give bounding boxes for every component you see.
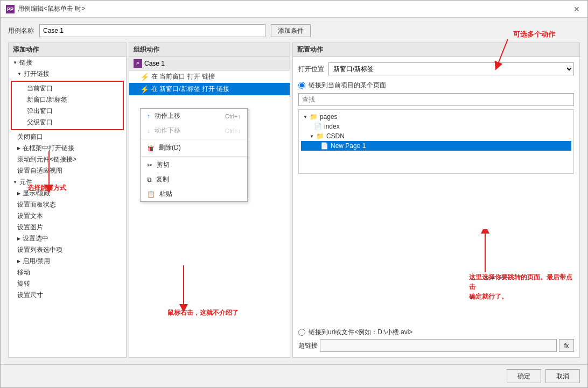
right-panel: 配置动作 打开位置 新窗口/新标签 当前窗口 弹出窗口 父级窗口 [292,43,580,358]
triangle-icon: ▶ [17,259,20,264]
open-link-label: 打开链接 [24,69,50,79]
sidebar-item-open-in-frame[interactable]: ▶ 在框架中打开链接 [9,143,126,154]
sidebar-item-scroll-to[interactable]: 滚动到元件<链接接> [9,154,126,165]
left-panel-body: ▼ 链接 ▼ 打开链接 当前窗口 新窗口/新标签 弹出窗口 父级窗口 [9,57,126,357]
sidebar-item-set-size[interactable]: 设置尺寸 [9,290,126,301]
triangle-icon: ▼ [13,180,17,185]
enable-disable-label: 启用/禁用 [23,257,50,266]
ctx-delete[interactable]: 🗑 删除(D) [141,140,247,155]
app-icon: PP [6,5,15,13]
fx-button[interactable]: fx [559,339,574,352]
ctx-paste-label: 粘贴 [159,189,172,199]
triangle-icon: ▶ [17,236,20,241]
lightning-icon-2: ⚡ [140,85,149,94]
ctx-copy-label: 复制 [156,175,169,184]
sidebar-item-new-tab[interactable]: 新窗口/新标签 [12,94,123,105]
sidebar-item-popup[interactable]: 弹出窗口 [12,105,123,117]
show-hide-label: 显示/隐藏 [23,189,50,198]
tree-item-pages[interactable]: ▼ 📁 pages [301,112,571,122]
sidebar-item-set-select[interactable]: ▶ 设置选中 [9,233,126,244]
sidebar-item-move[interactable]: 移动 [9,267,126,278]
set-select-label: 设置选中 [23,234,48,243]
case-label: Case 1 [144,60,165,67]
context-menu: ↑ 动作上移 Ctrl+↑ ↓ 动作下移 Ctrl+↓ 🗑 删除(D) [140,108,248,202]
tree-csdn-label: CSDN [326,132,345,140]
ctx-move-up[interactable]: ↑ 动作上移 Ctrl+↑ [141,109,247,123]
folder-icon-csdn: 📁 [316,132,324,140]
radio-url-input[interactable] [298,329,305,336]
action-row-2[interactable]: ⚡ 在 新窗口/新标签 打开 链接 [129,83,290,95]
close-button[interactable]: ✕ [571,4,582,15]
spacer [298,179,574,322]
triangle-icon: ▼ [13,60,17,65]
open-in-frame-label: 在框架中打开链接 [23,144,74,153]
case-tree-header: P Case 1 [129,57,290,70]
sidebar-item-rotate[interactable]: 旋转 [9,278,126,290]
sidebar-item-set-list[interactable]: 设置列表选中项 [9,244,126,256]
case-name-input[interactable] [39,24,265,37]
confirm-button[interactable]: 确定 [507,369,541,383]
tree-item-index[interactable]: 📄 index [301,122,571,131]
sidebar-item-parent-window[interactable]: 父级窗口 [12,117,123,128]
ctx-copy[interactable]: ⧉ 复制 [141,172,247,187]
ctx-cut[interactable]: ✂ 剪切 [141,158,247,172]
sidebar-item-show-hide[interactable]: ▶ 显示/隐藏 [9,188,126,199]
ctx-delete-label: 删除(D) [159,143,181,152]
radio-url-row[interactable]: 链接到url或文件<例如：D:\小楼.avi> [298,328,574,337]
tree-index-label: index [324,123,340,130]
move-down-icon: ↓ [147,127,150,135]
widget-label: 元件 [19,178,32,187]
ctx-paste[interactable]: 📋 粘贴 [141,187,247,201]
window-title: 用例编辑<鼠标单击 时> [18,4,85,13]
sidebar-item-close-window[interactable]: 关闭窗口 [9,131,126,143]
link-options-section: 链接到当前项目的某个页面 ▼ 📁 pages [298,81,574,174]
ctx-cut-label: 剪切 [157,160,170,170]
radio-link-to-page[interactable]: 链接到当前项目的某个页面 [298,81,574,90]
folder-icon: 📁 [310,113,318,121]
url-input-row: 超链接 fx [298,339,574,352]
page-tree-box: ▼ 📁 pages 📄 index ▼ 📁 CSD [298,109,574,174]
main-window: PP 用例编辑<鼠标单击 时> ✕ 用例名称 添加条件 添加动作 ▼ 链接 [0,0,588,388]
sidebar-item-set-panel[interactable]: 设置面板状态 [9,199,126,210]
triangle-icon: ▼ [17,72,22,76]
triangle-icon: ▶ [17,191,20,196]
open-location-select[interactable]: 新窗口/新标签 当前窗口 弹出窗口 父级窗口 [328,62,574,75]
window-options-box: 当前窗口 新窗口/新标签 弹出窗口 父级窗口 [11,81,124,130]
url-input[interactable] [320,339,557,352]
sidebar-item-link[interactable]: ▼ 链接 [9,57,126,68]
middle-panel-body: P Case 1 ⚡ 在 当前窗口 打开 链接 ⚡ 在 新窗口/新标签 打开 链… [129,57,290,357]
action-row-1[interactable]: ⚡ 在 当前窗口 打开 链接 [129,70,290,83]
ctx-move-up-shortcut: Ctrl+↑ [225,113,241,119]
sidebar-item-enable-disable[interactable]: ▶ 启用/禁用 [9,256,126,267]
sidebar-item-widget[interactable]: ▼ 元件 [9,177,126,188]
left-panel-header: 添加动作 [9,43,126,57]
tree-item-new-page-1[interactable]: 📄 New Page 1 [301,141,571,151]
sidebar-item-set-adaptive[interactable]: 设置自适应视图 [9,165,126,177]
open-location-label: 打开位置 [298,65,324,74]
tree-pages-label: pages [320,113,338,121]
title-bar-left: PP 用例编辑<鼠标单击 时> [6,4,85,13]
ctx-move-down-shortcut: Ctrl+↓ [225,128,241,134]
triangle-icon: ▶ [17,146,20,151]
radio-link-to-page-label: 链接到当前项目的某个页面 [309,81,386,90]
tree-item-csdn[interactable]: ▼ 📁 CSDN [301,131,571,141]
add-condition-button[interactable]: 添加条件 [271,24,311,37]
cancel-button[interactable]: 取消 [545,369,580,383]
cut-icon: ✂ [147,161,152,169]
ctx-move-up-label: 动作上移 [155,111,180,121]
sidebar-item-current-window[interactable]: 当前窗口 [12,83,123,94]
radio-link-to-page-input[interactable] [298,82,305,89]
paste-icon: 📋 [147,191,155,198]
tree-new-page-label: New Page 1 [331,142,366,150]
link-label: 链接 [19,58,32,67]
action-label-1: 在 当前窗口 打开 链接 [151,72,215,81]
sidebar-item-open-link[interactable]: ▼ 打开链接 [9,68,126,80]
delete-icon: 🗑 [147,144,155,152]
sidebar-item-set-text[interactable]: 设置文本 [9,210,126,222]
url-label: 超链接 [298,341,318,350]
page-search-input[interactable] [298,93,574,106]
case-icon: P [134,59,142,68]
sidebar-item-set-image[interactable]: 设置图片 [9,222,126,233]
copy-icon: ⧉ [147,176,152,184]
middle-panel: 组织动作 P Case 1 ⚡ 在 当前窗口 打开 链接 ⚡ 在 新窗口/新标签 [129,43,290,358]
